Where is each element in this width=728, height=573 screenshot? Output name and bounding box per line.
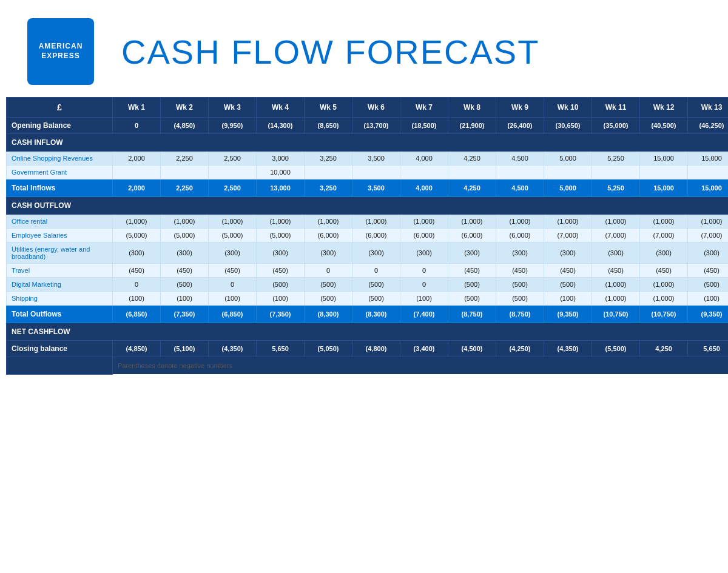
es-wk13: (7,000)	[688, 229, 729, 243]
osr-wk7: 4,000	[400, 152, 448, 166]
to-wk11: (10,750)	[592, 306, 640, 323]
dm-wk8: (500)	[448, 278, 496, 292]
sh-wk10: (100)	[544, 292, 592, 306]
es-wk11: (7,000)	[592, 229, 640, 243]
or-wk7: (1,000)	[400, 215, 448, 229]
es-wk12: (7,000)	[640, 229, 688, 243]
wk6-header: Wk 6	[352, 98, 400, 118]
footer-row: Parentheses denote negative numbers	[7, 357, 729, 375]
cb-wk8: (4,500)	[448, 341, 496, 357]
ti-wk12: 15,000	[640, 179, 688, 197]
shipping-row: Shipping (100) (100) (100) (100) (500) (…	[7, 292, 729, 306]
ut-wk5: (300)	[305, 243, 352, 264]
employee-salaries-row: Employee Salaries (5,000) (5,000) (5,000…	[7, 229, 729, 243]
osr-wk9: 4,500	[496, 152, 544, 166]
online-shopping-label: Online Shopping Revenues	[7, 152, 113, 166]
ti-wk11: 5,250	[592, 179, 640, 197]
ob-wk3: (9,950)	[209, 118, 257, 134]
to-wk10: (9,350)	[544, 306, 592, 323]
wk2-header: Wk 2	[161, 98, 209, 118]
travel-label: Travel	[7, 264, 113, 278]
tr-wk2: (450)	[161, 264, 209, 278]
tr-wk13: (450)	[688, 264, 729, 278]
sh-wk12: (1,000)	[640, 292, 688, 306]
tr-wk1: (450)	[113, 264, 161, 278]
ti-wk3: 2,500	[209, 179, 257, 197]
ti-wk7: 4,000	[400, 179, 448, 197]
cash-inflow-header: CASH INFLOW	[7, 134, 729, 152]
page-title: CASH FLOW FORECAST	[121, 32, 716, 72]
office-rental-label: Office rental	[7, 215, 113, 229]
to-wk2: (7,350)	[161, 306, 209, 323]
osr-wk10: 5,000	[544, 152, 592, 166]
or-wk10: (1,000)	[544, 215, 592, 229]
wk7-header: Wk 7	[400, 98, 448, 118]
gg-wk8	[448, 166, 496, 179]
sh-wk7: (100)	[400, 292, 448, 306]
or-wk13: (1,000)	[688, 215, 729, 229]
ob-wk6: (13,700)	[352, 118, 400, 134]
online-shopping-row: Online Shopping Revenues 2,000 2,250 2,5…	[7, 152, 729, 166]
or-wk1: (1,000)	[113, 215, 161, 229]
table-wrapper: £ Wk 1 Wk 2 Wk 3 Wk 4 Wk 5 Wk 6 Wk 7 Wk …	[0, 97, 728, 381]
wk12-header: Wk 12	[640, 98, 688, 118]
total-inflows-row: Total Inflows 2,000 2,250 2,500 13,000 3…	[7, 179, 729, 197]
to-wk3: (6,850)	[209, 306, 257, 323]
shipping-label: Shipping	[7, 292, 113, 306]
ti-wk4: 13,000	[257, 179, 305, 197]
wk3-header: Wk 3	[209, 98, 257, 118]
ut-wk4: (300)	[257, 243, 305, 264]
dm-wk4: (500)	[257, 278, 305, 292]
es-wk1: (5,000)	[113, 229, 161, 243]
dm-wk3: 0	[209, 278, 257, 292]
closing-balance-row: Closing balance (4,850) (5,100) (4,350) …	[7, 341, 729, 357]
osr-wk2: 2,250	[161, 152, 209, 166]
ti-wk8: 4,250	[448, 179, 496, 197]
wk1-header: Wk 1	[113, 98, 161, 118]
or-wk9: (1,000)	[496, 215, 544, 229]
osr-wk8: 4,250	[448, 152, 496, 166]
cash-outflow-header-row: CASH OUTFLOW	[7, 197, 729, 215]
cb-wk7: (3,400)	[400, 341, 448, 357]
wk8-header: Wk 8	[448, 98, 496, 118]
to-wk5: (8,300)	[305, 306, 352, 323]
gg-wk6	[352, 166, 400, 179]
to-wk8: (8,750)	[448, 306, 496, 323]
to-wk12: (10,750)	[640, 306, 688, 323]
osr-wk4: 3,000	[257, 152, 305, 166]
footer-left-cell	[7, 357, 113, 375]
to-wk6: (8,300)	[352, 306, 400, 323]
to-wk13: (9,350)	[688, 306, 729, 323]
dm-wk2: (500)	[161, 278, 209, 292]
total-outflows-row: Total Outflows (6,850) (7,350) (6,850) (…	[7, 306, 729, 323]
tr-wk7: 0	[400, 264, 448, 278]
ut-wk11: (300)	[592, 243, 640, 264]
government-grant-row: Government Grant 10,000	[7, 166, 729, 179]
tr-wk6: 0	[352, 264, 400, 278]
osr-wk1: 2,000	[113, 152, 161, 166]
dm-wk13: (500)	[688, 278, 729, 292]
logo-line1: AMERICAN	[39, 42, 83, 52]
osr-wk6: 3,500	[352, 152, 400, 166]
dm-wk9: (500)	[496, 278, 544, 292]
or-wk8: (1,000)	[448, 215, 496, 229]
or-wk12: (1,000)	[640, 215, 688, 229]
cb-wk4: 5,650	[257, 341, 305, 357]
currency-header: £	[7, 98, 113, 118]
ob-wk4: (14,300)	[257, 118, 305, 134]
amex-logo: AMERICAN EXPRESS	[27, 18, 94, 85]
sh-wk3: (100)	[209, 292, 257, 306]
government-grant-label: Government Grant	[7, 166, 113, 179]
cb-wk5: (5,050)	[305, 341, 352, 357]
sh-wk2: (100)	[161, 292, 209, 306]
or-wk11: (1,000)	[592, 215, 640, 229]
or-wk2: (1,000)	[161, 215, 209, 229]
gg-wk10	[544, 166, 592, 179]
wk13-header: Wk 13	[688, 98, 729, 118]
ob-wk1: 0	[113, 118, 161, 134]
wk9-header: Wk 9	[496, 98, 544, 118]
es-wk8: (6,000)	[448, 229, 496, 243]
ob-wk7: (18,500)	[400, 118, 448, 134]
ut-wk12: (300)	[640, 243, 688, 264]
header: AMERICAN EXPRESS CASH FLOW FORECAST	[0, 0, 728, 97]
